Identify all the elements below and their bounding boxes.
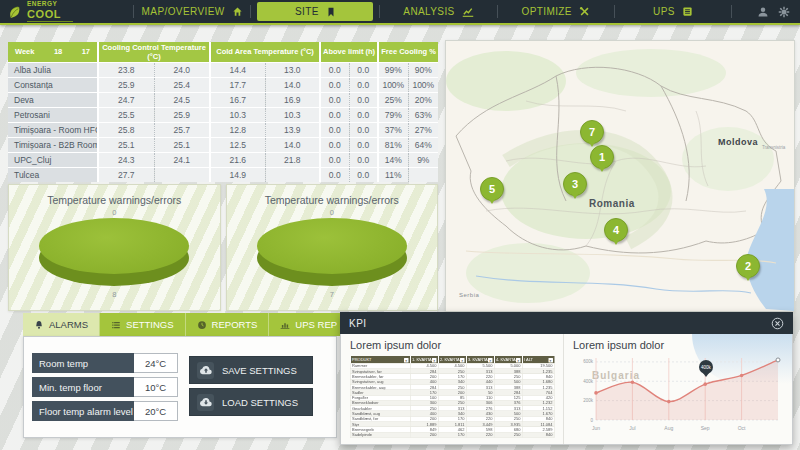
- kpi-value-cell: 250: [494, 432, 522, 437]
- table-row[interactable]: UPC_Cluj24.324.121.621.80.00.014%9%: [8, 152, 438, 167]
- value-cell: 10.3: [210, 107, 265, 122]
- pie-charts-row: Temperature warnings/errors08Temperature…: [8, 184, 438, 311]
- site-name-cell: Petrosani: [8, 107, 98, 122]
- filter-dropdown-icon[interactable]: ▾: [548, 358, 553, 363]
- table-row[interactable]: Timișoara - B2B Room25.125.112.514.00.00…: [8, 137, 438, 152]
- map-marker-3[interactable]: 3: [563, 172, 587, 196]
- x-tick-label: Jul: [629, 425, 635, 431]
- cloud-upload-icon: [197, 362, 214, 379]
- y-tick-label: 0: [590, 418, 593, 423]
- tab-settings[interactable]: SETTINGS: [99, 313, 185, 336]
- map-marker-label: 1: [599, 151, 605, 163]
- nav-item-ups[interactable]: UPS: [615, 0, 731, 23]
- tab-reports[interactable]: REPORTS: [185, 313, 269, 336]
- nav-item-map-overview[interactable]: MAP/OVERVIEW: [134, 0, 250, 23]
- pie-chart-panel: Temperature warnings/errors07: [226, 184, 439, 311]
- site-name-cell: Timișoara - Room HFC: [8, 122, 98, 137]
- value-cell: 24.7: [98, 92, 154, 107]
- map-overlay: MoldovaTransnistriaRomaniaSerbia715342: [446, 41, 794, 311]
- map-label-romania: Romania: [589, 198, 635, 209]
- value-cell: 14.0: [265, 77, 320, 92]
- value-cell: 0.0: [349, 62, 378, 77]
- map-marker-4[interactable]: 4: [604, 218, 628, 242]
- pie-top-label: 0: [112, 208, 116, 217]
- map-marker-1[interactable]: 1: [590, 145, 614, 169]
- kpi-row-label: Sadelpinde: [350, 432, 410, 437]
- user-icon[interactable]: [757, 6, 769, 18]
- table-row[interactable]: Petrosani25.525.910.310.30.00.079%63%: [8, 107, 438, 122]
- site-metrics-panel: Week1817Cooling Control Temperature (°C)…: [8, 42, 438, 180]
- column-group-header: Free Cooling %: [378, 42, 438, 62]
- value-cell: 25.1: [154, 137, 210, 152]
- kpi-col-header: ▾1. KVARTAL: [410, 356, 438, 363]
- close-icon[interactable]: [771, 317, 784, 330]
- value-cell: 0.0: [349, 92, 378, 107]
- nav-item-optimize[interactable]: OPTIMIZE: [498, 0, 614, 23]
- filter-dropdown-icon[interactable]: ▾: [404, 358, 409, 363]
- chart-line-icon: [462, 6, 474, 18]
- min-temp-floor-input[interactable]: [134, 377, 178, 397]
- gear-icon[interactable]: [778, 6, 790, 18]
- bar-chart-icon: [280, 320, 290, 330]
- value-cell: 0.0: [320, 122, 349, 137]
- site-metrics-table: Week1817Cooling Control Temperature (°C)…: [8, 42, 438, 182]
- kpi-col-label: 2. KVARTAL: [440, 357, 462, 362]
- value-cell: 25.7: [154, 122, 210, 137]
- cloud-download-icon: [197, 394, 214, 411]
- value-cell: 0.0: [320, 167, 349, 182]
- map-marker-label: 2: [745, 260, 751, 272]
- site-name-cell: UPC_Cluj: [8, 152, 98, 167]
- nav-item-label: UPS: [653, 6, 675, 17]
- nav-right-icons: [732, 0, 800, 23]
- table-row[interactable]: Timișoara - Room HFC25.825.712.813.90.00…: [8, 122, 438, 137]
- y-tick-label: 600k: [583, 359, 594, 364]
- map-marker-7[interactable]: 7: [580, 120, 604, 144]
- tab-alarms[interactable]: ALARMS: [23, 313, 99, 336]
- room-temp-input[interactable]: [134, 353, 178, 373]
- value-cell: 16.9: [265, 92, 320, 107]
- kpi-data-table: ▾PRODUKT▾1. KVARTAL▾2. KVARTAL▾3. KVARTA…: [350, 356, 555, 438]
- table-row[interactable]: Constanța25.925.417.714.00.00.0100%100%: [8, 77, 438, 92]
- tab-ups-rep[interactable]: UPS REP: [268, 313, 348, 336]
- floor-temp-alarm-level-input[interactable]: [134, 401, 178, 421]
- value-cell: 13.9: [265, 122, 320, 137]
- nav-item-label: OPTIMIZE: [522, 6, 572, 17]
- map-marker-2[interactable]: 2: [736, 254, 760, 278]
- table-row[interactable]: Tulcea27.714.90.00.011%: [8, 167, 438, 182]
- value-cell: 37%: [378, 122, 408, 137]
- kpi-col-header: ▾2. KVARTAL: [438, 356, 466, 363]
- kpi-body: Lorem ipsum dolor ▾PRODUKT▾1. KVARTAL▾2.…: [340, 334, 793, 445]
- value-cell: 21.8: [265, 152, 320, 167]
- map-marker-5[interactable]: 5: [480, 177, 504, 201]
- kpi-table-row: Sadelpinde200170220250840: [350, 432, 554, 437]
- load-settings-button[interactable]: LOAD SETTINGS: [189, 388, 313, 416]
- app-logo[interactable]: ENERGY COOL: [0, 0, 133, 23]
- value-cell: 63%: [408, 107, 438, 122]
- clock-icon: [197, 320, 207, 330]
- value-cell: 27.7: [98, 167, 154, 182]
- kpi-table-panel: Lorem ipsum dolor ▾PRODUKT▾1. KVARTAL▾2.…: [341, 334, 564, 444]
- kpi-value-cell: 220: [466, 432, 494, 437]
- value-cell: 25.8: [98, 122, 154, 137]
- tools-icon: [579, 6, 590, 17]
- table-row[interactable]: Deva24.724.516.716.90.00.025%20%: [8, 92, 438, 107]
- value-cell: 24.0: [154, 62, 210, 77]
- kpi-area-chart: 0200k400k600kJunJulAugSepOct: [570, 352, 786, 440]
- save-settings-button[interactable]: SAVE SETTINGS: [189, 356, 313, 384]
- nav-divider: [250, 5, 251, 18]
- nav-item-label: MAP/OVERVIEW: [142, 6, 225, 17]
- nav-item-label: SITE: [295, 6, 319, 17]
- site-name-cell: Alba Julia: [8, 62, 98, 77]
- nav-item-site[interactable]: SITE: [257, 2, 373, 21]
- map-marker-label: 4: [613, 224, 619, 236]
- home-icon: [232, 6, 243, 17]
- tab-label: UPS REP: [295, 319, 337, 330]
- value-cell: [265, 167, 320, 182]
- table-row[interactable]: Alba Julia23.824.014.413.00.00.099%90%: [8, 62, 438, 77]
- nav-item-analysis[interactable]: ANALYSIS: [380, 0, 496, 23]
- logo-text: ENERGY COOL: [27, 1, 73, 22]
- value-cell: 99%: [378, 62, 408, 77]
- value-cell: 0.0: [320, 77, 349, 92]
- map-panel[interactable]: MoldovaTransnistriaRomaniaSerbia715342: [445, 40, 795, 312]
- value-cell: 64%: [408, 137, 438, 152]
